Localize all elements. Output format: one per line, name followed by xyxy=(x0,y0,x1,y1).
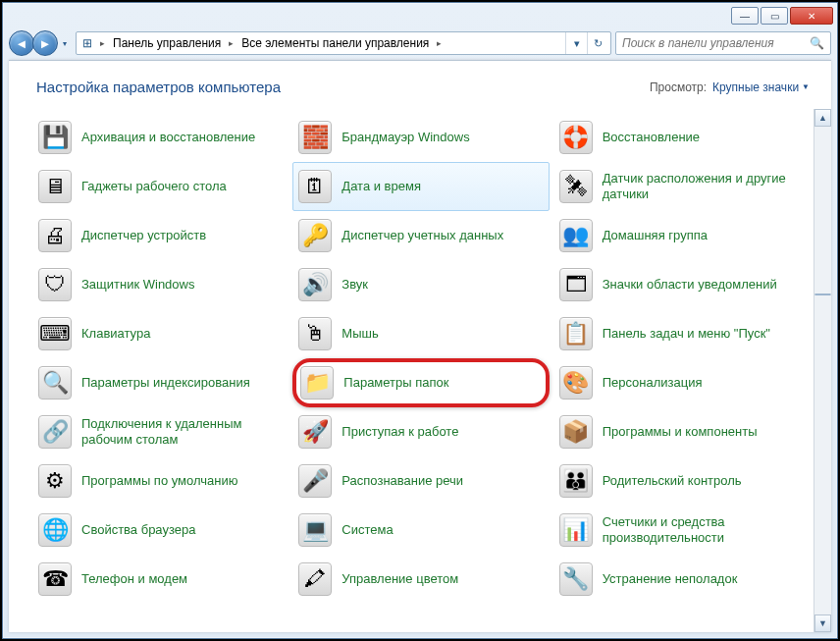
address-bar[interactable]: ⊞ ▸ Панель управления ▸ Все элементы пан… xyxy=(76,31,611,55)
cp-item[interactable]: 🚀Приступая к работе xyxy=(292,407,549,456)
cp-item[interactable]: 👪Родительский контроль xyxy=(553,456,810,506)
crumb-sep-icon[interactable]: ▸ xyxy=(98,38,107,48)
cp-item[interactable]: ⌨Клавиатура xyxy=(32,309,289,358)
cp-item[interactable]: 📦Программы и компоненты xyxy=(553,407,810,456)
cp-item-label: Архивация и восстановление xyxy=(81,130,255,145)
cp-item-label: Приступая к работе xyxy=(341,424,458,440)
chevron-down-icon: ▼ xyxy=(802,82,810,91)
refresh-button[interactable]: ↻ xyxy=(587,32,608,54)
cp-item-icon: 🗔 xyxy=(559,268,593,301)
cp-item-label: Датчик расположения и другие датчики xyxy=(603,171,804,203)
cp-item-label: Панель задач и меню "Пуск" xyxy=(603,326,770,342)
view-dropdown[interactable]: Крупные значки ▼ xyxy=(712,80,810,94)
cp-item[interactable]: 📊Счетчики и средства производительности xyxy=(553,506,810,555)
cp-item-icon: 🔗 xyxy=(38,415,72,449)
cp-item-label: Диспетчер устройств xyxy=(81,228,206,243)
cp-item[interactable]: 🖨Диспетчер устройств xyxy=(32,211,289,260)
cp-item-label: Значки области уведомлений xyxy=(603,277,777,293)
cp-item[interactable]: 🌐Свойства браузера xyxy=(32,506,289,555)
cp-item-icon: 🧱 xyxy=(298,121,332,154)
cp-item-icon: 💻 xyxy=(298,513,332,547)
cp-item-icon: 🌐 xyxy=(38,513,72,547)
cp-item-label: Телефон и модем xyxy=(81,571,187,587)
maximize-button[interactable]: ▭ xyxy=(761,7,788,25)
cp-item[interactable]: 🗔Значки области уведомлений xyxy=(553,260,810,309)
cp-item[interactable]: 🛰Датчик расположения и другие датчики xyxy=(553,162,810,211)
cp-item[interactable]: 🔧Устранение неполадок xyxy=(553,555,810,604)
close-button[interactable]: ✕ xyxy=(790,7,833,25)
cp-item[interactable]: ☎Телефон и модем xyxy=(32,555,289,604)
cp-item-label: Система xyxy=(341,522,393,538)
forward-button[interactable]: ► xyxy=(32,30,58,56)
cp-item[interactable]: 💾Архивация и восстановление xyxy=(32,113,289,162)
scroll-down-button[interactable]: ▼ xyxy=(814,614,831,632)
cp-item-icon: ⌨ xyxy=(38,317,72,350)
cp-item-icon: 🖨 xyxy=(38,219,72,252)
cp-item-label: Дата и время xyxy=(341,179,421,194)
cp-item[interactable]: 🎨Персонализация xyxy=(553,358,810,407)
search-icon[interactable]: 🔍 xyxy=(810,36,824,50)
breadcrumb-1[interactable]: Панель управления xyxy=(109,32,225,54)
cp-item[interactable]: 📋Панель задач и меню "Пуск" xyxy=(553,309,810,358)
cp-item-icon: 🗓 xyxy=(298,170,332,203)
crumb-sep-icon[interactable]: ▸ xyxy=(435,38,444,48)
cp-item-label: Программы и компоненты xyxy=(603,424,758,440)
cp-item-label: Счетчики и средства производительности xyxy=(603,514,804,547)
cp-item-label: Защитник Windows xyxy=(81,277,194,293)
cp-item-icon: 🛡 xyxy=(38,268,72,301)
cp-item[interactable]: 🎤Распознавание речи xyxy=(292,456,549,506)
cp-item[interactable]: 🛡Защитник Windows xyxy=(32,260,289,309)
back-button[interactable]: ◄ xyxy=(9,30,34,56)
cp-item-label: Управление цветом xyxy=(341,571,458,587)
grid-wrapper: 💾Архивация и восстановление🧱Брандмауэр W… xyxy=(9,109,831,632)
cp-item[interactable]: 🖥Гаджеты рабочего стола xyxy=(32,162,289,211)
cp-item-icon: 👥 xyxy=(559,219,593,252)
cp-item[interactable]: 🔗Подключения к удаленным рабочим столам xyxy=(32,407,289,456)
cp-item[interactable]: 💻Система xyxy=(292,506,549,555)
cp-item-icon: 📦 xyxy=(559,415,593,449)
cp-item-icon: 🚀 xyxy=(298,415,332,449)
cp-item[interactable]: 🔑Диспетчер учетных данных xyxy=(292,211,549,260)
search-box[interactable]: 🔍 xyxy=(615,31,831,55)
cp-item[interactable]: 🔍Параметры индексирования xyxy=(32,358,289,407)
cp-item[interactable]: 🗓Дата и время xyxy=(292,162,549,211)
cp-item[interactable]: 🖱Мышь xyxy=(292,309,549,358)
control-panel-icon: ⊞ xyxy=(79,34,96,52)
titlebar: — ▭ ✕ xyxy=(3,3,837,27)
address-dropdown[interactable]: ▾ xyxy=(565,32,587,54)
search-input[interactable] xyxy=(622,36,810,50)
cp-item-icon: 🎨 xyxy=(559,366,593,400)
page-title: Настройка параметров компьютера xyxy=(36,79,650,95)
cp-item-label: Гаджеты рабочего стола xyxy=(81,179,227,194)
breadcrumb-2[interactable]: Все элементы панели управления xyxy=(237,32,433,54)
scroll-up-button[interactable]: ▲ xyxy=(814,109,831,127)
cp-item[interactable]: 🛟Восстановление xyxy=(553,113,810,162)
cp-item-label: Мышь xyxy=(341,326,378,342)
crumb-sep-icon[interactable]: ▸ xyxy=(227,38,236,48)
cp-item[interactable]: 📁Параметры папок xyxy=(292,358,549,407)
cp-item-label: Подключения к удаленным рабочим столам xyxy=(81,416,283,449)
cp-item-icon: 🖥 xyxy=(38,170,72,203)
view-value: Крупные значки xyxy=(712,80,799,94)
cp-item[interactable]: 🔊Звук xyxy=(292,260,549,309)
cp-item-label: Параметры индексирования xyxy=(81,375,250,391)
cp-item-icon: 🛟 xyxy=(559,121,593,154)
cp-item[interactable]: 🖍Управление цветом xyxy=(292,555,549,604)
cp-item-icon: ☎ xyxy=(38,562,72,596)
vertical-scrollbar[interactable]: ▲ ▼ xyxy=(814,109,831,632)
cp-item-icon: 🖍 xyxy=(298,562,332,596)
cp-item-label: Родительский контроль xyxy=(603,473,742,489)
cp-item-label: Устранение неполадок xyxy=(603,571,738,587)
cp-item-icon: 💾 xyxy=(38,121,72,154)
cp-item[interactable]: 👥Домашняя группа xyxy=(553,211,810,260)
cp-item-icon: 👪 xyxy=(559,464,593,498)
cp-item-label: Параметры папок xyxy=(343,375,448,391)
cp-item[interactable]: 🧱Брандмауэр Windows xyxy=(292,113,549,162)
cp-item-icon: 🔧 xyxy=(559,562,593,596)
minimize-button[interactable]: — xyxy=(731,7,759,25)
history-dropdown[interactable]: ▾ xyxy=(58,33,72,53)
scroll-thumb[interactable] xyxy=(814,294,831,295)
scroll-track[interactable] xyxy=(814,127,831,614)
cp-item[interactable]: ⚙Программы по умолчанию xyxy=(32,456,289,506)
view-label: Просмотр: xyxy=(650,80,707,94)
